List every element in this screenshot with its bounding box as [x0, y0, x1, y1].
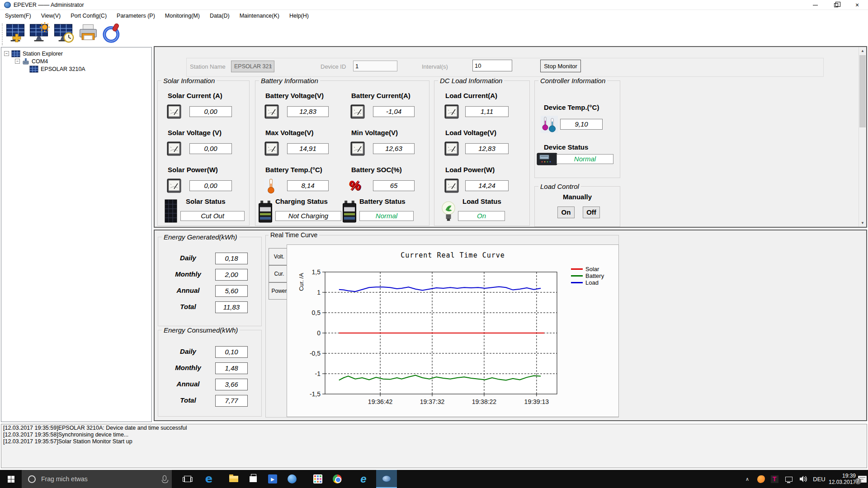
station-name-select[interactable]: EPSOLAR 321 ∨	[231, 61, 274, 72]
device-id-input[interactable]	[353, 61, 397, 71]
print-button[interactable]	[78, 23, 99, 46]
plus-icon	[12, 33, 22, 43]
energy-gen-daily-label: Daily	[166, 254, 210, 262]
load-control-group-title: Load Control	[538, 183, 581, 190]
legend-swatch-battery	[571, 275, 583, 277]
volume-tray-button[interactable]	[797, 470, 810, 488]
energy-gen-daily-value: 0,18	[215, 253, 248, 264]
add-station-button[interactable]	[5, 23, 27, 46]
media-player-button[interactable]	[283, 470, 301, 488]
gauge-icon	[349, 103, 366, 120]
charging-status-label: Charging Status	[275, 197, 328, 205]
exit-button[interactable]	[101, 23, 123, 46]
restore-button[interactable]	[826, 0, 846, 10]
language-indicator[interactable]: DEU	[811, 470, 827, 488]
svg-text:0,5: 0,5	[312, 309, 321, 316]
scroll-down-button[interactable]: ▼	[859, 219, 866, 227]
device-time-button[interactable]	[53, 23, 75, 46]
avast-tray-button[interactable]	[755, 470, 767, 488]
start-button[interactable]	[0, 470, 22, 488]
battery-voltage-value: 12,83	[287, 106, 329, 117]
realtime-chart: 1,510,50-0,5-1-1,519:36:4219:37:3219:38:…	[287, 245, 619, 418]
movies-tv-button[interactable]: ▶	[264, 470, 282, 488]
gauge-icon	[264, 103, 280, 120]
close-button[interactable]: ×	[846, 0, 868, 10]
energy-gen-monthly-value: 2,00	[215, 269, 248, 281]
scroll-up-button[interactable]: ▲	[859, 47, 866, 55]
menu-maintenance[interactable]: Maintenance(K)	[235, 11, 284, 21]
microphone-icon[interactable]	[163, 475, 166, 481]
solar-status-value: Cut Out	[180, 211, 245, 221]
energy-gen-monthly-label: Monthly	[166, 270, 210, 278]
store-button[interactable]	[244, 470, 262, 488]
energy-consumed-group: Energy Consumed(kWh) Daily 0,10 Monthly …	[158, 330, 262, 417]
edge-button[interactable]: e	[200, 470, 218, 488]
load-on-button[interactable]: On	[557, 206, 575, 218]
station-name-value: EPSOLAR 321	[234, 63, 272, 70]
stop-monitor-button[interactable]: Stop Monitor	[540, 60, 581, 72]
minimize-button[interactable]	[805, 0, 826, 10]
chevron-up-icon: ∧	[745, 476, 749, 482]
taskbar-search[interactable]: Frag mich etwas	[22, 470, 172, 488]
menu-help[interactable]: Help(H)	[284, 11, 314, 21]
arrow-down-icon: ▼	[861, 221, 864, 225]
tree-label-root: Station Explorer	[23, 51, 63, 57]
file-explorer-button[interactable]	[225, 470, 243, 488]
solar-info-group: Solar Information Solar Current (A) 0,00…	[157, 80, 250, 226]
tray-expand-button[interactable]: ∧	[741, 470, 753, 488]
printer-icon	[78, 23, 99, 44]
station-tree-panel: − Station Explorer − COM4 EPSOLAR 3210A	[1, 47, 152, 422]
taskbar-epever-app[interactable]	[376, 470, 397, 488]
action-center-button[interactable]: 7	[856, 470, 868, 488]
gauge-icon	[443, 178, 460, 194]
menu-view[interactable]: View(V)	[36, 11, 66, 21]
battery-group-title: Battery Information	[259, 77, 320, 84]
menu-parameters[interactable]: Parameters (P)	[112, 11, 160, 21]
restore-icon	[834, 3, 838, 7]
monitor-scrollbar[interactable]: ▲ ▼	[859, 47, 866, 227]
clock-tray[interactable]: 19:39 12.03.2017	[828, 470, 856, 488]
app-grid-button[interactable]	[309, 470, 327, 488]
solar-current-label: Solar Current (A)	[168, 92, 222, 99]
media-player-icon	[288, 474, 297, 483]
dc-load-info-group: DC Load Information Load Current(A) 1,11…	[434, 80, 530, 226]
scrollbar-thumb[interactable]	[859, 55, 866, 127]
dual-thermometer-icon	[540, 115, 558, 133]
solar-panel-icon	[164, 199, 178, 223]
menu-system[interactable]: System(F)	[0, 11, 36, 21]
svg-text:0: 0	[317, 329, 321, 337]
svg-text:19:39:13: 19:39:13	[524, 398, 549, 405]
log-line: [12.03.2017 19:35:59]EPSOLAR 3210A: Devi…	[1, 424, 867, 431]
chrome-button[interactable]	[328, 470, 346, 488]
solar-voltage-label: Solar Voltage (V)	[168, 129, 222, 136]
collapse-icon[interactable]: −	[4, 51, 9, 56]
station-config-button[interactable]	[29, 23, 51, 46]
task-view-button[interactable]	[179, 470, 197, 488]
network-tray-button[interactable]	[782, 470, 796, 488]
epever-logo-icon	[4, 2, 11, 8]
tree-item-station-explorer[interactable]: − Station Explorer	[4, 50, 63, 57]
sun-icon	[40, 22, 50, 32]
load-status-value: On	[458, 211, 505, 221]
gauge-icon	[443, 103, 460, 120]
real-time-curve-group: Real Time Curve Volt. Cur. Power Current…	[265, 235, 619, 418]
manually-label: Manually	[535, 193, 620, 201]
menu-port-config[interactable]: Port Config(C)	[66, 11, 112, 21]
menu-data[interactable]: Data(D)	[205, 11, 235, 21]
menu-monitoring[interactable]: Monitoring(M)	[160, 11, 205, 21]
bulb-icon	[440, 200, 457, 223]
min-voltage-label: Min Voltage(V)	[351, 129, 398, 136]
interval-input[interactable]	[472, 60, 512, 71]
legend-battery: Battery	[571, 272, 604, 279]
collapse-icon[interactable]: −	[15, 59, 20, 64]
telekom-tray-button[interactable]: T	[769, 470, 780, 488]
toolbar-handle[interactable]	[2, 23, 3, 45]
energy-con-monthly-label: Monthly	[166, 364, 210, 371]
station-name-label: Station Name	[190, 63, 226, 70]
tree-item-com4[interactable]: − COM4	[15, 57, 48, 65]
tree-item-epsolar-3210a[interactable]: EPSOLAR 3210A	[29, 65, 85, 73]
load-off-button[interactable]: Off	[583, 206, 600, 218]
svg-text:1: 1	[317, 289, 321, 296]
internet-explorer-button[interactable]: e	[354, 470, 373, 488]
tab-cur-label: Cur.	[274, 271, 284, 277]
